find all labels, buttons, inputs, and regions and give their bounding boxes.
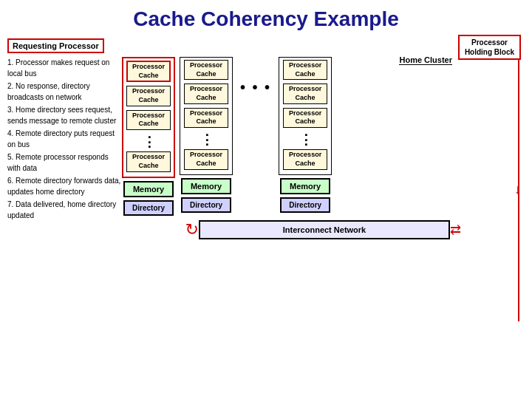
between-clusters-dots: • • • — [237, 79, 274, 96]
phb-arrow-icon: ↓ — [514, 182, 521, 197]
proc-cache-2-4: ProcessorCache — [184, 149, 228, 169]
proc-cache-2-2: ProcessorCache — [184, 83, 228, 103]
desc-3: 3. Home directory sees request, sends me… — [7, 105, 122, 126]
page-title: Cache Coherency Example — [0, 0, 532, 35]
dots-col-2: ⋮ — [200, 133, 212, 146]
proc-cache-3-2: ProcessorCache — [283, 83, 327, 103]
arrow-left-icon: ↺ — [185, 220, 199, 239]
phb-label: ProcessorHolding Block — [458, 35, 521, 60]
desc-2: 2. No response, directory broadcasts on … — [7, 81, 122, 103]
desc-4: 4. Remote directory puts request on bus — [7, 129, 122, 150]
proc-cache-2-1: ProcessorCache — [184, 60, 228, 80]
memory-3: Memory — [280, 178, 330, 194]
dots-col-3: ⋮ — [299, 133, 311, 146]
proc-cache-3-1: ProcessorCache — [283, 60, 327, 80]
proc-cache-3-3: ProcessorCache — [283, 108, 327, 128]
description-list: 1. Processor makes request on local bus … — [7, 56, 122, 221]
desc-5: 5. Remote processor responds with data — [7, 152, 122, 174]
requesting-processor-label: Requesting Processor — [7, 38, 104, 53]
cluster-3-inner: ProcessorCache ProcessorCache ProcessorC… — [279, 57, 332, 175]
proc-cache-1-1: ProcessorCache — [126, 61, 171, 82]
cluster-1: ProcessorCache ProcessorCache ProcessorC… — [122, 57, 175, 216]
clusters-panel: ProcessorHolding Block Home Cluster Proc… — [122, 35, 525, 239]
memory-1: Memory — [123, 181, 174, 197]
desc-1: 1. Processor makes request on local bus — [7, 58, 122, 79]
directory-2: Directory — [181, 197, 231, 213]
proc-cache-1-3: ProcessorCache — [126, 110, 171, 130]
directory-1: Directory — [123, 200, 174, 216]
clusters-section: ProcessorCache ProcessorCache ProcessorC… — [122, 57, 525, 216]
descriptions-panel: Requesting Processor 1. Processor makes … — [7, 35, 122, 239]
directory-3: Directory — [280, 197, 330, 213]
desc-7: 7. Data delivered, home directory update… — [7, 200, 122, 221]
cluster-2: ProcessorCache ProcessorCache ProcessorC… — [180, 57, 233, 213]
cluster-2-inner: ProcessorCache ProcessorCache ProcessorC… — [180, 57, 233, 175]
proc-cache-1-2: ProcessorCache — [126, 86, 171, 106]
interconnect-row: ↺ Interconnect Network ⇄ — [122, 220, 525, 239]
interconnect-network: Interconnect Network — [199, 220, 450, 239]
cluster-3: ProcessorCache ProcessorCache ProcessorC… — [279, 57, 332, 213]
memory-2: Memory — [181, 178, 231, 194]
desc-6: 6. Remote directory forwards data, updat… — [7, 176, 122, 197]
proc-cache-3-4: ProcessorCache — [283, 149, 327, 169]
dots-col-1: ⋮ — [143, 135, 154, 149]
proc-cache-1-4: ProcessorCache — [126, 151, 171, 171]
proc-cache-2-3: ProcessorCache — [184, 108, 228, 128]
arrow-right-icon: ⇄ — [450, 222, 461, 238]
cluster-1-inner: ProcessorCache ProcessorCache ProcessorC… — [122, 57, 175, 178]
